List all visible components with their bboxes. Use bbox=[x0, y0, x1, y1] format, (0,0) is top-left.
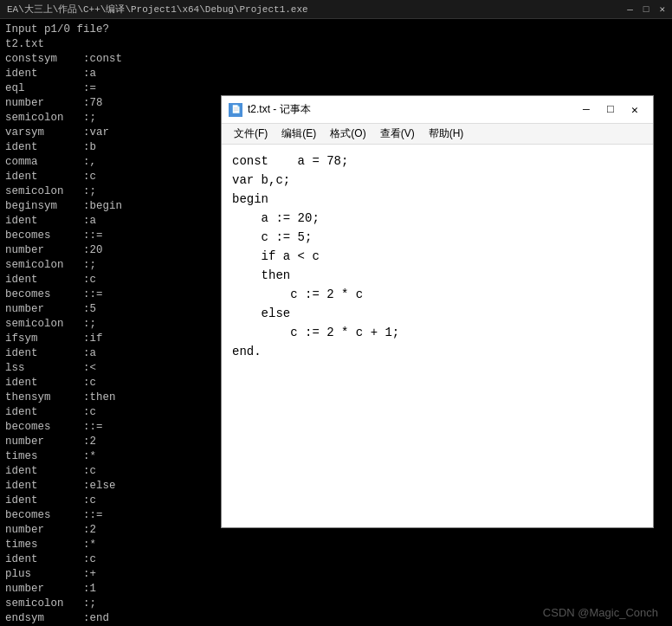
code-line: end. bbox=[232, 342, 643, 361]
terminal-line: Input p1/0 file? bbox=[5, 23, 667, 37]
terminal-maximize-btn[interactable]: □ bbox=[643, 4, 649, 15]
terminal-title: EA\大三上\作品\C++\编译\Project1\x64\Debug\Proj… bbox=[7, 3, 617, 16]
terminal-minimize-btn[interactable]: — bbox=[627, 4, 633, 15]
notepad-menu-item[interactable]: 查看(V) bbox=[373, 125, 422, 143]
code-line: a := 20; bbox=[232, 209, 643, 228]
terminal-line: t2.txt bbox=[5, 37, 667, 52]
code-line: if a < c bbox=[232, 247, 643, 266]
notepad-menu-item[interactable]: 编辑(E) bbox=[275, 125, 323, 143]
notepad-window: 📄 t2.txt - 记事本 — □ ✕ 文件(F)编辑(E)格式(O)查看(V… bbox=[221, 95, 654, 528]
code-line: c := 2 * c + 1; bbox=[232, 323, 643, 342]
code-line: then bbox=[232, 266, 643, 285]
notepad-minimize-btn[interactable]: — bbox=[575, 101, 598, 119]
code-line: begin bbox=[232, 190, 643, 209]
terminal-line: number :1 bbox=[5, 582, 667, 597]
notepad-titlebar: 📄 t2.txt - 记事本 — □ ✕ bbox=[222, 96, 653, 124]
terminal-line: constsym :const bbox=[5, 52, 667, 67]
code-line: else bbox=[232, 304, 643, 323]
code-line: c := 2 * c bbox=[232, 285, 643, 304]
code-line: const a = 78; bbox=[232, 152, 643, 171]
terminal-line: times :* bbox=[5, 538, 667, 552]
notepad-menu-item[interactable]: 格式(O) bbox=[323, 125, 372, 143]
terminal-line: eql := bbox=[5, 81, 667, 96]
notepad-menu-item[interactable]: 文件(F) bbox=[227, 125, 275, 143]
notepad-editor: const a = 78;var b,c;begin a := 20; c :=… bbox=[222, 145, 653, 527]
code-line: var b,c; bbox=[232, 171, 643, 190]
notepad-menubar: 文件(F)编辑(E)格式(O)查看(V)帮助(H) bbox=[222, 124, 653, 145]
terminal-line: ident :a bbox=[5, 67, 667, 81]
code-line: c := 5; bbox=[232, 228, 643, 247]
watermark: CSDN @Magic_Conch bbox=[543, 606, 658, 619]
notepad-menu-item[interactable]: 帮助(H) bbox=[422, 125, 471, 143]
notepad-icon: 📄 bbox=[229, 103, 242, 117]
notepad-maximize-btn[interactable]: □ bbox=[599, 101, 622, 119]
terminal-close-btn[interactable]: ✕ bbox=[659, 3, 665, 15]
terminal-line: ident :c bbox=[5, 552, 667, 567]
notepad-title: t2.txt - 记事本 bbox=[248, 102, 573, 117]
notepad-close-btn[interactable]: ✕ bbox=[624, 101, 646, 119]
terminal-titlebar: EA\大三上\作品\C++\编译\Project1\x64\Debug\Proj… bbox=[0, 0, 672, 19]
terminal-line: plus :+ bbox=[5, 567, 667, 582]
